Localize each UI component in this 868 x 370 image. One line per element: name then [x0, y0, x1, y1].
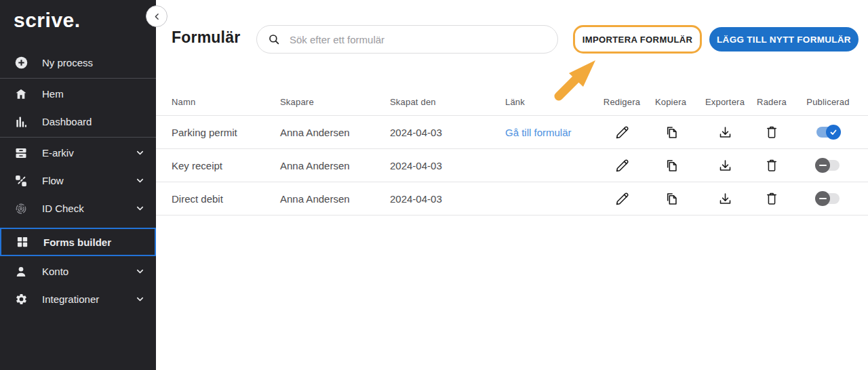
- forms-table: Namn Skapare Skapat den Länk Redigera Ko…: [156, 88, 868, 215]
- sidebar-item-label: Dashboard: [42, 116, 92, 127]
- form-name: Direct debit: [172, 193, 280, 205]
- sidebar-item-label: Flow: [42, 175, 64, 186]
- sidebar-divider: [0, 137, 156, 138]
- sidebar-item-label: ID Check: [42, 203, 84, 214]
- table-row: Parking permit Anna Andersen 2024-04-03 …: [156, 116, 868, 149]
- toggle-thumb: [815, 191, 830, 206]
- sidebar: scrive. Ny process Hem Dashboard: [0, 0, 156, 370]
- export-button[interactable]: [718, 125, 732, 140]
- form-created-date: 2024-04-03: [390, 193, 505, 205]
- sidebar-collapse-button[interactable]: [146, 5, 167, 27]
- delete-button[interactable]: [765, 125, 778, 139]
- trash-icon: [765, 192, 778, 205]
- chevron-down-icon: [135, 294, 145, 304]
- sidebar-divider: [0, 78, 156, 79]
- sidebar-item-forms-builder[interactable]: Forms builder: [0, 228, 156, 256]
- chevron-left-icon: [153, 12, 161, 21]
- table-header-row: Namn Skapare Skapat den Länk Redigera Ko…: [156, 88, 868, 116]
- add-new-form-button[interactable]: LÄGG TILL NYTT FORMULÄR: [709, 27, 859, 52]
- sidebar-item-hem[interactable]: Hem: [0, 80, 156, 108]
- search-icon: [268, 33, 280, 45]
- col-header-redigera: Redigera: [597, 97, 647, 107]
- sidebar-item-label: Ny process: [42, 57, 93, 68]
- edit-button[interactable]: [615, 159, 629, 173]
- sidebar-item-e-arkiv[interactable]: E-arkiv: [0, 139, 156, 167]
- form-name: Parking permit: [172, 127, 280, 138]
- trash-icon: [765, 159, 778, 172]
- pencil-icon: [615, 125, 629, 140]
- edit-button[interactable]: [615, 125, 629, 140]
- form-creator: Anna Andersen: [280, 193, 390, 205]
- sidebar-item-id-check[interactable]: ID Check: [0, 194, 156, 222]
- go-to-form-link[interactable]: Gå till formulär: [505, 127, 572, 138]
- search-input[interactable]: [288, 33, 547, 46]
- export-button[interactable]: [718, 159, 732, 173]
- dash-icon: [819, 165, 827, 167]
- chevron-down-icon: [135, 176, 145, 186]
- copy-icon: [664, 125, 678, 140]
- chevron-down-icon: [135, 148, 145, 158]
- gear-icon: [14, 292, 28, 307]
- copy-icon: [664, 159, 678, 173]
- toggle-thumb: [826, 125, 841, 140]
- form-creator: Anna Andersen: [280, 160, 390, 171]
- page-title: Formulär: [172, 28, 240, 47]
- flow-icon: [14, 173, 28, 188]
- sidebar-item-ny-process[interactable]: Ny process: [0, 49, 156, 77]
- person-icon: [14, 264, 28, 279]
- pencil-icon: [615, 192, 629, 206]
- sidebar-item-label: Forms builder: [43, 237, 111, 248]
- chevron-down-icon: [135, 203, 145, 213]
- col-header-lank: Länk: [505, 97, 597, 107]
- toggle-thumb: [815, 158, 830, 173]
- published-toggle[interactable]: [816, 160, 840, 171]
- sidebar-item-label: Konto: [42, 266, 68, 277]
- published-toggle[interactable]: [816, 193, 840, 204]
- delete-button[interactable]: [765, 192, 778, 205]
- sidebar-item-label: Integrationer: [42, 293, 99, 305]
- chevron-down-icon: [135, 266, 145, 276]
- col-header-skapare: Skapare: [280, 97, 390, 107]
- sidebar-item-dashboard[interactable]: Dashboard: [0, 108, 156, 136]
- form-created-date: 2024-04-03: [390, 127, 505, 138]
- form-creator: Anna Andersen: [280, 127, 390, 138]
- trash-icon: [765, 125, 778, 139]
- col-header-namn: Namn: [172, 97, 280, 107]
- col-header-skapat-den: Skapat den: [390, 97, 505, 107]
- download-icon: [718, 192, 732, 206]
- copy-button[interactable]: [664, 125, 678, 140]
- table-row: Direct debit Anna Andersen 2024-04-03: [156, 182, 868, 215]
- download-icon: [718, 125, 732, 140]
- col-header-publicerad: Publicerad: [788, 97, 868, 107]
- copy-icon: [664, 192, 678, 206]
- fingerprint-icon: [14, 201, 28, 216]
- col-header-exportera: Exportera: [694, 97, 755, 107]
- search-box[interactable]: [256, 25, 558, 54]
- col-header-kopiera: Kopiera: [647, 97, 694, 107]
- copy-button[interactable]: [664, 159, 678, 173]
- pencil-icon: [615, 159, 629, 173]
- grid-icon: [15, 234, 30, 249]
- plus-circle-icon: [14, 56, 28, 70]
- form-name: Key receipt: [172, 160, 280, 171]
- check-icon: [829, 128, 837, 136]
- sidebar-item-integrationer[interactable]: Integrationer: [0, 285, 156, 313]
- download-icon: [718, 159, 732, 173]
- sidebar-item-label: E-arkiv: [42, 147, 74, 159]
- col-header-radera: Radera: [755, 97, 788, 107]
- sidebar-item-konto[interactable]: Konto: [0, 258, 156, 285]
- form-created-date: 2024-04-03: [390, 160, 505, 171]
- sidebar-item-flow[interactable]: Flow: [0, 167, 156, 194]
- delete-button[interactable]: [765, 159, 778, 172]
- scrive-logo: scrive.: [0, 0, 156, 33]
- import-form-button[interactable]: IMPORTERA FORMULÄR: [573, 25, 702, 54]
- sidebar-item-label: Hem: [42, 88, 64, 100]
- table-row: Key receipt Anna Andersen 2024-04-03: [156, 149, 868, 182]
- edit-button[interactable]: [615, 192, 629, 206]
- archive-icon: [14, 146, 28, 161]
- copy-button[interactable]: [664, 192, 678, 206]
- export-button[interactable]: [718, 192, 732, 206]
- bar-chart-icon: [14, 115, 28, 129]
- sidebar-nav: Ny process Hem Dashboard E-arkiv: [0, 49, 156, 313]
- published-toggle[interactable]: [816, 127, 840, 138]
